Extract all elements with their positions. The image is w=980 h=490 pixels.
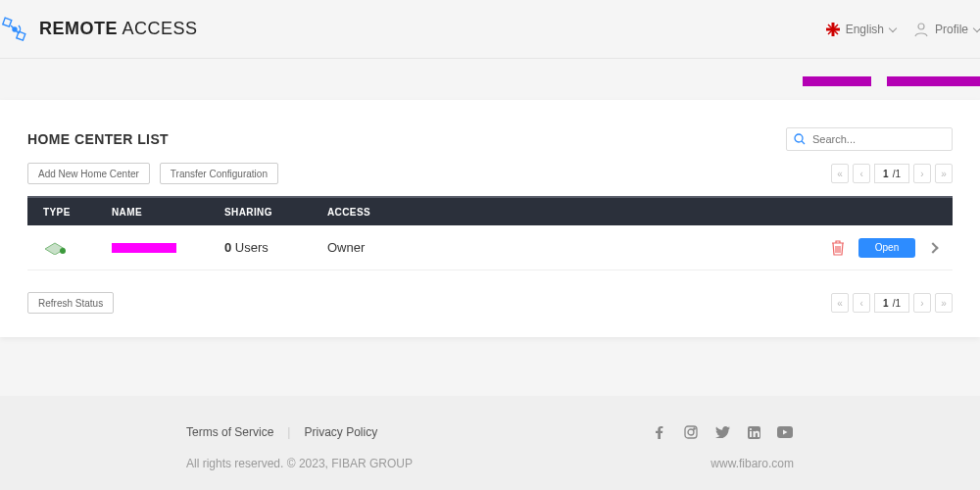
page-first-button[interactable]: « [831,164,849,183]
table-header: TYPE NAME SHARING ACCESS [27,198,953,225]
user-icon [913,22,929,37]
page-indicator: 1 / 1 [874,293,909,313]
instagram-icon[interactable] [682,423,700,441]
footer: Terms of Service | Privacy Policy All ri… [0,396,980,490]
terms-link[interactable]: Terms of Service [186,425,273,439]
svg-point-12 [749,427,751,429]
col-name: NAME [112,207,224,218]
svg-point-8 [688,429,694,435]
col-access: ACCESS [327,207,416,218]
page-title: HOME CENTER LIST [27,131,169,147]
profile-menu[interactable]: Profile [913,22,980,37]
access-cell: Owner [327,240,416,255]
home-center-card: HOME CENTER LIST Add New Home Center Tra… [0,100,980,337]
redacted-text [887,76,980,86]
brand-title: REMOTE ACCESS [39,19,198,39]
redacted-text [803,76,871,86]
page-first-button[interactable]: « [831,293,849,313]
refresh-status-button[interactable]: Refresh Status [27,292,114,314]
chevron-down-icon [889,24,897,31]
chevron-down-icon [973,24,980,31]
svg-point-6 [60,248,66,254]
copyright-text: All rights reserved. © 2023, FIBAR GROUP [186,457,413,470]
svg-point-4 [918,24,924,29]
page-last-button[interactable]: » [935,293,953,313]
transfer-config-button[interactable]: Transfer Configuration [160,163,278,184]
search-input[interactable] [786,127,953,151]
breadcrumb-area [0,76,980,86]
profile-label: Profile [935,23,968,36]
brand: REMOTE ACCESS [0,15,198,44]
page-prev-button[interactable]: ‹ [853,293,870,313]
table-row: 0 Users Owner Open [27,225,953,270]
youtube-icon[interactable] [776,423,794,441]
header: REMOTE ACCESS English Profile [0,0,980,59]
svg-point-5 [795,134,803,142]
sharing-cell: 0 Users [224,240,327,255]
search-icon [794,133,806,145]
trash-icon[interactable] [831,240,845,256]
chevron-right-icon[interactable] [927,242,938,253]
svg-rect-11 [750,431,752,437]
col-type: TYPE [43,207,112,218]
satellite-logo-icon [0,15,29,44]
twitter-icon[interactable] [713,423,731,441]
page-indicator: 1 / 1 [874,164,909,183]
language-selector[interactable]: English [826,23,896,36]
flag-uk-icon [826,23,840,36]
page-next-button[interactable]: › [913,293,931,313]
svg-point-9 [694,428,695,429]
svg-point-2 [13,27,17,31]
col-sharing: SHARING [224,207,327,218]
privacy-link[interactable]: Privacy Policy [304,425,377,439]
open-button[interactable]: Open [858,238,915,258]
pagination-top: « ‹ 1 / 1 › » [831,164,953,183]
add-home-center-button[interactable]: Add New Home Center [27,163,150,184]
svg-rect-0 [3,18,12,26]
device-icon [43,237,67,255]
language-label: English [846,23,884,36]
page-next-button[interactable]: › [913,164,931,183]
page-prev-button[interactable]: ‹ [853,164,870,183]
page-last-button[interactable]: » [935,164,953,183]
site-link[interactable]: www.fibaro.com [710,457,794,470]
pagination-bottom: « ‹ 1 / 1 › » [831,293,953,313]
linkedin-icon[interactable] [745,423,762,441]
facebook-icon[interactable] [651,423,668,441]
redacted-name [112,243,176,253]
